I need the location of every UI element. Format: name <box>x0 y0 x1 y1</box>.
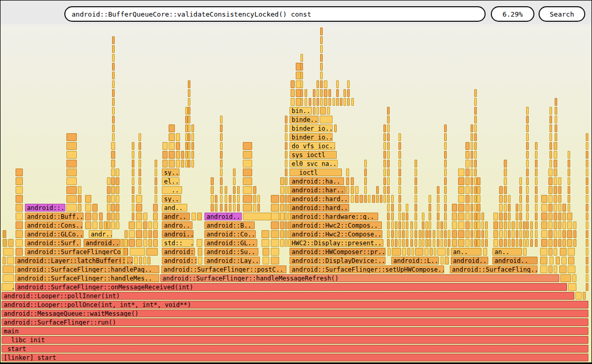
flame-block[interactable] <box>176 160 180 167</box>
flame-block[interactable] <box>477 177 480 185</box>
flame-block[interactable] <box>554 213 557 220</box>
flame-block[interactable] <box>530 221 533 229</box>
flame-block[interactable] <box>410 239 413 247</box>
flame-block[interactable] <box>176 142 180 150</box>
flame-block[interactable] <box>526 221 529 229</box>
flame-block[interactable] <box>313 107 315 115</box>
flame-block[interactable] <box>493 239 498 247</box>
flame-block[interactable] <box>410 221 413 229</box>
flame-block[interactable] <box>85 204 91 212</box>
flame-block[interactable] <box>485 230 488 238</box>
flame-block[interactable] <box>440 230 443 238</box>
flame-block[interactable] <box>66 204 77 212</box>
flame-block[interactable] <box>485 239 488 247</box>
flame-block[interactable] <box>444 221 447 229</box>
flame-block[interactable] <box>188 160 190 167</box>
flame-block[interactable] <box>398 221 401 229</box>
flame-block[interactable] <box>558 239 561 247</box>
flame-block[interactable] <box>526 107 529 115</box>
flame-block[interactable] <box>300 89 303 97</box>
flame-block[interactable] <box>526 186 529 194</box>
flame-block[interactable] <box>125 257 128 264</box>
flame-block[interactable] <box>554 177 557 185</box>
flame-block[interactable] <box>285 169 287 176</box>
flame-block[interactable] <box>555 107 557 115</box>
flame-block[interactable] <box>474 89 477 97</box>
flame-block[interactable] <box>107 204 111 212</box>
flame-block[interactable] <box>288 204 291 212</box>
flame-block[interactable] <box>147 257 150 264</box>
flame-block[interactable] <box>573 239 576 247</box>
flame-block[interactable] <box>313 89 315 97</box>
flame-block[interactable] <box>471 177 473 185</box>
flame-block[interactable] <box>243 142 252 150</box>
flame-block[interactable] <box>143 257 146 264</box>
flame-frame[interactable]: android::.. <box>25 204 65 212</box>
flame-block[interactable] <box>422 221 424 229</box>
flame-block[interactable] <box>398 204 401 212</box>
flame-block[interactable] <box>548 195 553 203</box>
flame-block[interactable] <box>360 195 363 203</box>
flame-block[interactable] <box>425 239 428 247</box>
flame-frame[interactable]: sys_ioctl <box>290 151 337 159</box>
flame-block[interactable] <box>567 221 572 229</box>
flame-block[interactable] <box>415 239 417 247</box>
flame-block[interactable] <box>320 89 323 97</box>
flame-block[interactable] <box>407 248 410 256</box>
flame-block[interactable] <box>474 160 477 167</box>
flame-block[interactable] <box>4 230 6 238</box>
flame-block[interactable] <box>66 195 77 203</box>
flame-block[interactable] <box>556 257 560 264</box>
flame-block[interactable] <box>406 221 408 229</box>
flame-block[interactable] <box>583 292 586 300</box>
flame-block[interactable] <box>481 230 484 238</box>
flame-block[interactable] <box>305 89 307 97</box>
flame-block[interactable] <box>116 213 119 220</box>
flame-block[interactable] <box>395 221 397 229</box>
flame-block[interactable] <box>526 151 529 159</box>
flame-block[interactable] <box>211 204 214 212</box>
flame-block[interactable] <box>233 204 236 212</box>
flame-block[interactable] <box>586 142 588 150</box>
flame-block[interactable] <box>499 195 503 203</box>
flame-block[interactable] <box>132 195 134 203</box>
flame-block[interactable] <box>288 221 291 229</box>
flame-block[interactable] <box>430 248 433 256</box>
flame-block[interactable] <box>437 195 439 203</box>
flame-block[interactable] <box>535 151 538 159</box>
flame-block[interactable] <box>388 248 391 256</box>
flame-block[interactable] <box>499 213 503 220</box>
flame-frame[interactable]: android::.. <box>162 248 195 256</box>
flame-block[interactable] <box>474 133 477 141</box>
flame-block[interactable] <box>112 98 115 106</box>
flame-block[interactable] <box>471 151 473 159</box>
flame-block[interactable] <box>153 204 158 212</box>
flame-block[interactable] <box>526 116 529 123</box>
flame-block[interactable] <box>271 248 279 256</box>
flame-block[interactable] <box>285 160 287 167</box>
flame-frame[interactable]: android::SurfaceFlinger::onMessageReceiv… <box>15 283 567 291</box>
flame-block[interactable] <box>220 169 223 176</box>
flame-block[interactable] <box>568 177 570 185</box>
flame-block[interactable] <box>316 107 319 115</box>
flame-block[interactable] <box>516 221 518 229</box>
flame-block[interactable] <box>320 107 326 115</box>
flame-block[interactable] <box>220 116 223 123</box>
flame-block[interactable] <box>540 257 547 264</box>
flame-block[interactable] <box>477 186 480 194</box>
flame-block[interactable] <box>440 257 444 264</box>
flame-block[interactable] <box>465 160 470 167</box>
flame-block[interactable] <box>16 169 23 176</box>
flame-block[interactable] <box>558 213 561 220</box>
flame-frame[interactable]: android::SurfaceFlinger::handlePag.. <box>15 265 159 273</box>
flame-block[interactable] <box>125 230 128 238</box>
flame-block[interactable] <box>437 221 439 229</box>
flame-block[interactable] <box>549 160 552 167</box>
flame-block[interactable] <box>188 124 190 132</box>
flame-block[interactable] <box>130 248 145 256</box>
flame-block[interactable] <box>555 116 557 123</box>
flame-block[interactable] <box>526 177 529 185</box>
flame-block[interactable] <box>465 151 470 159</box>
flame-frame[interactable]: [linker]_start <box>2 354 588 361</box>
flame-frame[interactable]: and.. <box>162 204 187 212</box>
